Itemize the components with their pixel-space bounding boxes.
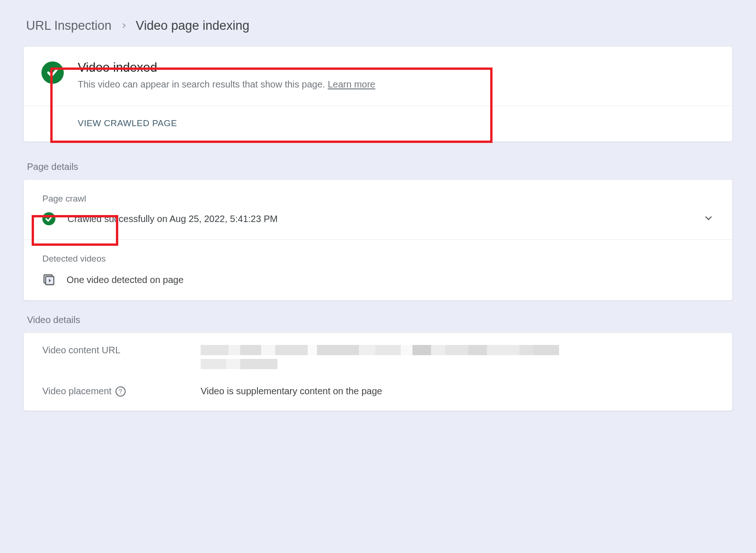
- video-placement-row: Video placement ? Video is supplementary…: [24, 378, 732, 411]
- page-details-title: Page details: [23, 155, 733, 179]
- status-text: Video indexed This video can appear in s…: [78, 61, 375, 91]
- detected-videos-row: One video detected on page: [24, 264, 732, 300]
- chevron-down-icon[interactable]: [703, 213, 714, 225]
- breadcrumb-first[interactable]: URL Inspection: [26, 19, 112, 33]
- video-placement-value: Video is supplementary content on the pa…: [201, 386, 382, 397]
- view-crawled-page-button[interactable]: VIEW CRAWLED PAGE: [78, 118, 177, 128]
- video-placement-key-text: Video placement: [42, 386, 112, 397]
- video-content-url-value: [201, 345, 578, 373]
- status-row: Video indexed This video can appear in s…: [24, 47, 732, 106]
- status-subtitle: This video can appear in search results …: [78, 78, 375, 91]
- chevron-right-icon: [120, 20, 128, 32]
- success-check-icon: [42, 212, 55, 225]
- page-crawl-label: Page crawl: [24, 180, 732, 204]
- video-content-url-row: Video content URL: [24, 333, 732, 378]
- page-crawl-row[interactable]: Crawled successfully on Aug 25, 2022, 5:…: [24, 204, 732, 239]
- breadcrumb-current: Video page indexing: [136, 19, 250, 33]
- page-details-card: Page crawl Crawled successfully on Aug 2…: [23, 179, 733, 301]
- page-root: URL Inspection Video page indexing Video…: [23, 19, 733, 411]
- detected-videos-label: Detected videos: [24, 240, 732, 264]
- page-crawl-text: Crawled successfully on Aug 25, 2022, 5:…: [68, 214, 691, 224]
- redacted-url: [201, 345, 578, 373]
- video-details-card: Video content URL Video placement ? Vide…: [23, 332, 733, 411]
- video-content-url-key: Video content URL: [42, 345, 187, 356]
- learn-more-link[interactable]: Learn more: [328, 79, 375, 89]
- video-placement-key: Video placement ?: [42, 386, 187, 397]
- status-card: Video indexed This video can appear in s…: [23, 46, 733, 142]
- video-play-icon: [42, 273, 55, 286]
- breadcrumb: URL Inspection Video page indexing: [23, 19, 733, 33]
- video-details-title: Video details: [23, 308, 733, 332]
- detected-videos-text: One video detected on page: [67, 275, 183, 285]
- status-subtitle-text: This video can appear in search results …: [78, 79, 328, 89]
- success-check-icon: [41, 61, 64, 84]
- status-title: Video indexed: [78, 61, 375, 75]
- view-crawled-row: VIEW CRAWLED PAGE: [24, 106, 732, 142]
- help-icon[interactable]: ?: [115, 386, 126, 397]
